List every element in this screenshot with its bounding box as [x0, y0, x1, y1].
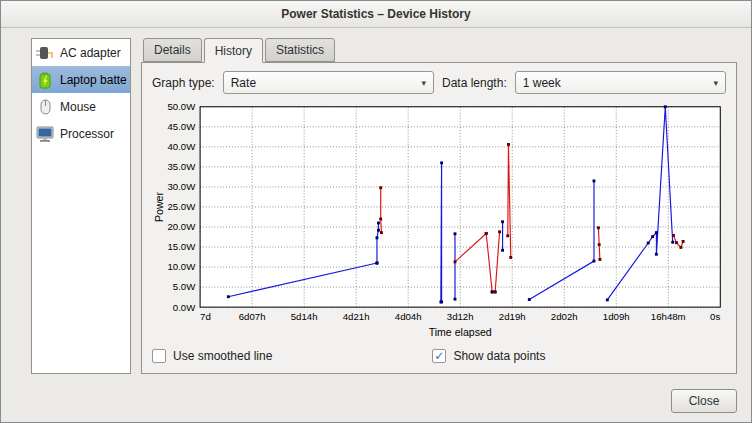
- battery-icon: [35, 70, 55, 90]
- svg-text:15.0W: 15.0W: [167, 241, 196, 252]
- history-panel: Graph type: Rate ▾ Data length: 1 week ▾…: [141, 62, 737, 374]
- dialog-content: AC adapter Laptop battery: [1, 28, 751, 374]
- chevron-down-icon: ▾: [421, 78, 426, 88]
- checkbox-checked-icon: [432, 349, 446, 363]
- show-data-points-checkbox[interactable]: Show data points: [432, 349, 545, 363]
- data-length-select[interactable]: 1 week ▾: [515, 71, 726, 94]
- svg-text:0s: 0s: [710, 311, 720, 322]
- svg-text:2d02h: 2d02h: [551, 311, 578, 322]
- device-item-processor[interactable]: Processor: [32, 120, 130, 147]
- chart-controls: Graph type: Rate ▾ Data length: 1 week ▾: [150, 68, 728, 101]
- history-chart: 7d6d07h5d14h4d21h4d04h3d12h2d19h2d02h1d0…: [150, 101, 728, 344]
- svg-text:7d: 7d: [200, 311, 211, 322]
- device-item-label: Mouse: [60, 100, 96, 114]
- checkbox-unchecked-icon: [152, 349, 166, 363]
- device-item-mouse[interactable]: Mouse: [32, 93, 130, 120]
- svg-text:5.0W: 5.0W: [173, 281, 196, 292]
- close-button[interactable]: Close: [671, 389, 737, 413]
- svg-text:0.0W: 0.0W: [173, 302, 196, 313]
- svg-text:20.0W: 20.0W: [167, 221, 196, 232]
- svg-text:3d12h: 3d12h: [447, 311, 474, 322]
- data-length-value: 1 week: [523, 76, 561, 90]
- svg-text:Time elapsed: Time elapsed: [429, 326, 492, 338]
- svg-text:40.0W: 40.0W: [167, 141, 196, 152]
- svg-text:Power: Power: [153, 191, 165, 221]
- device-item-ac-adapter[interactable]: AC adapter: [32, 39, 130, 66]
- mouse-icon: [35, 97, 55, 117]
- processor-icon: [35, 124, 55, 144]
- tab-bar: Details History Statistics: [141, 38, 737, 62]
- titlebar: Power Statistics – Device History: [1, 1, 751, 28]
- device-item-label: AC adapter: [60, 46, 121, 60]
- svg-text:2d19h: 2d19h: [499, 311, 526, 322]
- device-list: AC adapter Laptop battery: [31, 38, 131, 374]
- svg-text:1d09h: 1d09h: [603, 311, 630, 322]
- svg-text:50.0W: 50.0W: [167, 101, 196, 112]
- device-item-label: Processor: [60, 127, 114, 141]
- graph-type-value: Rate: [231, 76, 256, 90]
- window-title: Power Statistics – Device History: [281, 7, 470, 21]
- svg-text:25.0W: 25.0W: [167, 201, 196, 212]
- smoothed-line-checkbox[interactable]: Use smoothed line: [152, 349, 272, 363]
- svg-text:4d04h: 4d04h: [395, 311, 422, 322]
- device-item-label: Laptop battery: [60, 73, 127, 87]
- graph-type-label: Graph type:: [152, 76, 215, 90]
- smoothed-line-label: Use smoothed line: [173, 349, 272, 363]
- svg-text:45.0W: 45.0W: [167, 121, 196, 132]
- svg-text:5d14h: 5d14h: [291, 311, 318, 322]
- svg-text:16h48m: 16h48m: [651, 311, 686, 322]
- chevron-down-icon: ▾: [713, 78, 718, 88]
- svg-text:35.0W: 35.0W: [167, 161, 196, 172]
- show-data-points-label: Show data points: [453, 349, 545, 363]
- power-statistics-window: Power Statistics – Device History AC ada…: [0, 0, 752, 423]
- svg-text:30.0W: 30.0W: [167, 181, 196, 192]
- tab-history[interactable]: History: [204, 38, 263, 63]
- graph-type-select[interactable]: Rate ▾: [223, 71, 434, 94]
- ac-adapter-icon: [35, 43, 55, 63]
- tab-details[interactable]: Details: [143, 38, 202, 62]
- svg-text:4d21h: 4d21h: [343, 311, 370, 322]
- chart-options: Use smoothed line Show data points: [150, 344, 728, 371]
- data-length-label: Data length:: [442, 76, 507, 90]
- notebook: Details History Statistics Graph type: R…: [141, 38, 737, 374]
- tab-statistics[interactable]: Statistics: [265, 38, 335, 62]
- svg-text:6d07h: 6d07h: [239, 311, 266, 322]
- dialog-action-area: Close: [1, 382, 751, 422]
- device-item-laptop-battery[interactable]: Laptop battery: [32, 66, 130, 93]
- svg-text:10.0W: 10.0W: [167, 261, 196, 272]
